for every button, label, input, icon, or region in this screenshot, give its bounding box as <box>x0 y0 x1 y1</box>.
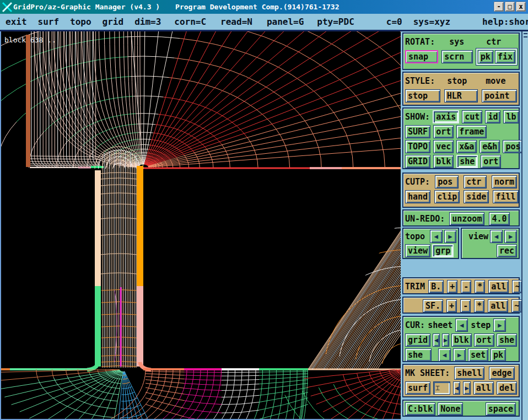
menu-exit[interactable]: exit <box>6 17 27 27</box>
show-surf-button[interactable]: SURF <box>405 125 430 138</box>
show-she-button[interactable]: she <box>456 155 478 168</box>
cur-ort-button[interactable]: ort <box>474 333 494 347</box>
show-id-button[interactable]: id <box>485 110 500 123</box>
menu-panel[interactable]: panel=G <box>267 17 304 27</box>
style-stop-label: stop <box>447 76 467 86</box>
cur-grid-prev-icon[interactable]: ◀ <box>433 333 440 347</box>
cur-pk-button[interactable]: pk <box>491 348 506 362</box>
trim-sf-button[interactable]: SF. <box>423 299 443 313</box>
trim-all-button[interactable]: all <box>488 280 509 293</box>
menu-corn[interactable]: corn=C <box>174 17 206 27</box>
show-frame-button[interactable]: frame <box>456 125 487 138</box>
cur-she-next-icon[interactable]: ▶ <box>453 348 466 362</box>
view-label: view <box>468 231 488 241</box>
cur-grid-next-icon[interactable]: ▶ <box>442 333 449 347</box>
topo-view-button[interactable]: view <box>405 244 430 257</box>
view-next-icon[interactable]: ▶ <box>504 230 517 243</box>
style-stop-button[interactable]: stop <box>405 89 440 103</box>
menu-c0[interactable]: c=0 <box>386 17 402 27</box>
show-ort2-button[interactable]: ort <box>481 155 501 168</box>
mksheet-edge-button[interactable]: edge <box>489 367 514 380</box>
show-pos-button[interactable]: pos <box>503 140 523 153</box>
mksheet-all-button[interactable]: all <box>473 381 494 395</box>
menu-surf[interactable]: surf <box>38 17 60 27</box>
cur-step-next-icon[interactable]: ▶ <box>493 319 506 332</box>
trim-sf-tilde-button[interactable]: ~ <box>511 299 522 313</box>
show-vec-button[interactable]: vec <box>433 140 454 153</box>
cur-she2-button[interactable]: she <box>405 348 432 362</box>
maximize-button[interactable]: □ <box>505 2 515 12</box>
grid-scene <box>1 31 401 419</box>
show-topo-button[interactable]: TOPO <box>405 140 430 153</box>
cutp-ctr-button[interactable]: ctr <box>464 175 487 189</box>
topo-next-icon[interactable]: ▶ <box>444 230 456 243</box>
grp-button[interactable]: grp <box>432 244 454 257</box>
cur-she-button[interactable]: she <box>497 333 517 347</box>
cblk-space-button[interactable]: space <box>486 402 516 416</box>
cutp-clip-button[interactable]: clip <box>434 190 460 203</box>
show-lb-button[interactable]: lb <box>503 110 519 123</box>
menu-dim[interactable]: dim=3 <box>134 17 161 27</box>
menu-pty[interactable]: pty=PDC <box>317 17 354 27</box>
trim-sf-all-button[interactable]: all <box>488 299 508 313</box>
section-show: SHOW: axis cut id lb SURF ort frame TOPO… <box>402 107 520 169</box>
view-prev-icon[interactable]: ◀ <box>490 230 503 243</box>
cutp-hand-button[interactable]: hand <box>405 190 430 203</box>
trim-sf-minus-button[interactable]: - <box>460 299 471 313</box>
trim-star-button[interactable]: * <box>475 280 485 293</box>
unzoom-button[interactable]: unzoom <box>449 212 484 225</box>
rotat-sys-label: sys <box>449 37 464 47</box>
trim-sf-star-button[interactable]: * <box>474 299 484 313</box>
mksheet-del-button[interactable]: del <box>497 381 517 395</box>
menu-read[interactable]: read=N <box>220 17 252 27</box>
cutp-norm-button[interactable]: norm <box>492 175 517 189</box>
rec-button[interactable]: rec <box>497 244 517 257</box>
menu-topo[interactable]: topo <box>70 17 91 27</box>
mksheet-prev-icon[interactable]: ◀ <box>453 381 460 395</box>
mksheet-surf-button[interactable]: surf <box>405 381 430 395</box>
section-cur: CUR: sheet ◀ step ▶ grid ◀ ▶ blk ort she… <box>402 316 520 362</box>
cutp-fill-button[interactable]: fill <box>493 190 518 203</box>
cur-sheet-label: sheet <box>428 320 452 330</box>
cur-she-prev-icon[interactable]: ◀ <box>438 348 451 362</box>
section-style: STYLE: stop move stop HLR point <box>402 72 520 106</box>
pk-button[interactable]: pk <box>478 50 493 63</box>
show-eh-button[interactable]: e&h <box>479 140 500 153</box>
mksheet-next-icon[interactable]: ▶ <box>463 381 470 395</box>
cur-grid-button[interactable]: grid <box>405 333 430 347</box>
unredo-value-button[interactable]: 4.0 <box>489 212 509 225</box>
grid-viewport[interactable]: block 638 .. <box>0 31 401 420</box>
fix-button[interactable]: fix <box>495 50 515 63</box>
show-blk-button[interactable]: blk <box>433 155 454 168</box>
cblk-button[interactable]: C:blk <box>405 402 435 416</box>
snap-button[interactable]: snap <box>405 50 438 63</box>
show-axis-button[interactable]: axis <box>433 110 459 123</box>
cblk-none-button[interactable]: None <box>438 402 463 416</box>
mksheet-shell-button[interactable]: shell <box>454 367 484 380</box>
show-grid-button[interactable]: GRID <box>405 155 430 168</box>
topo-prev-icon[interactable]: ◀ <box>430 230 442 243</box>
close-button[interactable]: x <box>516 2 526 12</box>
point-button[interactable]: point <box>482 89 517 103</box>
show-cut-button[interactable]: cut <box>462 110 482 123</box>
trim-sf-plus-button[interactable]: + <box>446 299 457 313</box>
menu-sys[interactable]: sys=xyz <box>413 17 450 27</box>
menu-help[interactable]: help:short <box>482 17 528 27</box>
menu-grid[interactable]: grid <box>103 17 124 27</box>
scrn-button[interactable]: scrn <box>441 50 473 63</box>
cur-set-button[interactable]: set <box>468 348 488 362</box>
cur-sheet-prev-icon[interactable]: ◀ <box>455 319 468 332</box>
trim-b-button[interactable]: B. <box>428 280 444 293</box>
show-ort-button[interactable]: ort <box>433 125 454 138</box>
trim-minus-button[interactable]: - <box>461 280 471 293</box>
hlr-button[interactable]: HLR <box>444 89 478 103</box>
cutp-side-button[interactable]: side <box>464 190 489 203</box>
panel-scrollbar[interactable] <box>521 31 528 420</box>
mksheet-input[interactable]: ⌶ <box>433 381 450 395</box>
show-xa-button[interactable]: x&a <box>456 140 477 153</box>
cur-blk-button[interactable]: blk <box>451 333 472 347</box>
trim-label: TRIM <box>405 282 425 292</box>
cutp-pos-button[interactable]: pos <box>435 175 459 189</box>
trim-plus-button[interactable]: + <box>447 280 457 293</box>
minimize-button[interactable]: - <box>494 2 504 12</box>
